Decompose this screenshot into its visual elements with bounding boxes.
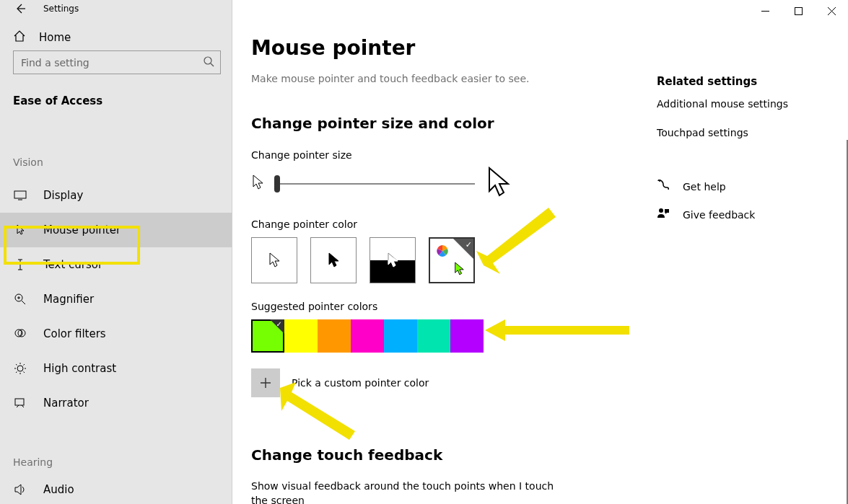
pointer-color-custom[interactable]: ✓: [429, 237, 475, 283]
cursor-small-icon: [251, 174, 264, 193]
nav-color-filters-label: Color filters: [43, 327, 106, 340]
search-placeholder: Find a setting: [21, 57, 89, 68]
feedback-icon: [657, 207, 670, 222]
search-icon: [203, 56, 214, 70]
pointer-color-inverted[interactable]: [370, 237, 416, 283]
touch-feedback-description: Show visual feedback around the touch po…: [251, 479, 554, 504]
label-suggested-colors: Suggested pointer colors: [251, 301, 848, 312]
pointer-color-black[interactable]: [310, 237, 357, 283]
audio-icon: [13, 482, 27, 497]
pick-custom-color-button[interactable]: [251, 368, 280, 397]
maximize-button[interactable]: [782, 0, 815, 22]
related-settings-pane: Related settings Additional mouse settin…: [657, 75, 788, 222]
pointer-size-slider[interactable]: [274, 183, 475, 185]
group-vision: Vision: [0, 156, 232, 168]
titlebar: Settings: [0, 0, 232, 17]
give-feedback-link[interactable]: Give feedback: [657, 207, 788, 222]
magnifier-icon: [13, 292, 27, 306]
pointer-color-white[interactable]: [251, 237, 297, 283]
suggested-color-swatches: ✓: [251, 319, 848, 353]
nav-display[interactable]: Display: [0, 178, 232, 213]
give-feedback-label: Give feedback: [683, 209, 755, 221]
nav-mouse-pointer[interactable]: Mouse pointer: [0, 213, 232, 247]
sidebar: Settings Home Find a setting Ease of Acc…: [0, 0, 232, 504]
nav-text-cursor-label: Text cursor: [43, 258, 102, 271]
svg-rect-6: [15, 399, 24, 405]
nav-high-contrast-label: High contrast: [43, 362, 116, 375]
nav-mouse-pointer-label: Mouse pointer: [43, 224, 121, 236]
page-title: Mouse pointer: [251, 36, 848, 60]
slider-thumb[interactable]: [274, 175, 280, 193]
high-contrast-icon: [13, 361, 27, 376]
color-swatch-6[interactable]: [450, 319, 484, 353]
mouse-pointer-icon: [13, 223, 27, 237]
link-touchpad-settings[interactable]: Touchpad settings: [657, 127, 788, 138]
narrator-icon: [13, 396, 27, 410]
svg-rect-10: [795, 7, 802, 14]
nav-color-filters[interactable]: Color filters: [0, 317, 232, 351]
svg-point-8: [659, 180, 660, 182]
search-input[interactable]: Find a setting: [13, 50, 221, 74]
color-swatch-3[interactable]: [351, 319, 384, 353]
check-icon: ✓: [465, 240, 472, 249]
nav-text-cursor[interactable]: Text cursor: [0, 247, 232, 282]
back-button[interactable]: [13, 1, 27, 16]
home-label: Home: [39, 31, 71, 44]
svg-rect-1: [14, 191, 26, 198]
display-icon: [13, 188, 27, 203]
nav-list-hearing: Audio: [0, 475, 232, 504]
nav-magnifier-label: Magnifier: [43, 293, 94, 306]
nav-high-contrast[interactable]: High contrast: [0, 351, 232, 386]
get-help-link[interactable]: Get help: [657, 179, 788, 194]
svg-point-9: [659, 208, 663, 213]
cursor-large-icon: [485, 167, 511, 201]
home-icon: [13, 30, 26, 45]
color-swatch-2[interactable]: [318, 319, 351, 353]
app-title: Settings: [43, 4, 79, 14]
text-cursor-icon: [13, 257, 27, 272]
nav-audio[interactable]: Audio: [0, 475, 232, 504]
nav-magnifier[interactable]: Magnifier: [0, 282, 232, 317]
minimize-button[interactable]: [748, 0, 782, 22]
selected-corner: ✓: [453, 239, 473, 259]
group-hearing: Hearing: [0, 456, 232, 468]
section-touch-feedback: Change touch feedback: [251, 446, 848, 464]
pointer-color-options: ✓: [251, 237, 848, 283]
nav-display-label: Display: [43, 189, 83, 202]
nav-audio-label: Audio: [43, 483, 74, 496]
color-swatch-5[interactable]: [417, 319, 450, 353]
nav-narrator-label: Narrator: [43, 397, 89, 410]
color-filters-icon: [13, 327, 27, 341]
related-settings-title: Related settings: [657, 75, 788, 88]
svg-point-0: [204, 57, 211, 64]
section-ease-of-access: Ease of Access: [0, 94, 232, 107]
check-icon: ✓: [276, 320, 282, 328]
custom-color-label: Pick a custom pointer color: [292, 377, 429, 389]
svg-point-5: [17, 366, 23, 371]
window-caption-buttons: [748, 0, 848, 22]
nav-narrator[interactable]: Narrator: [0, 386, 232, 420]
color-swatch-4[interactable]: [384, 319, 417, 353]
nav-list-vision: Display Mouse pointer Text cursor Magnif…: [0, 178, 232, 420]
nav-home[interactable]: Home: [0, 26, 232, 49]
link-additional-mouse-settings[interactable]: Additional mouse settings: [657, 98, 788, 110]
get-help-label: Get help: [683, 181, 726, 193]
custom-color-row: Pick a custom pointer color: [251, 368, 848, 397]
color-swatch-1[interactable]: [284, 319, 318, 353]
color-swatch-0[interactable]: ✓: [251, 319, 284, 353]
help-icon: [657, 179, 670, 194]
close-button[interactable]: [815, 0, 848, 22]
